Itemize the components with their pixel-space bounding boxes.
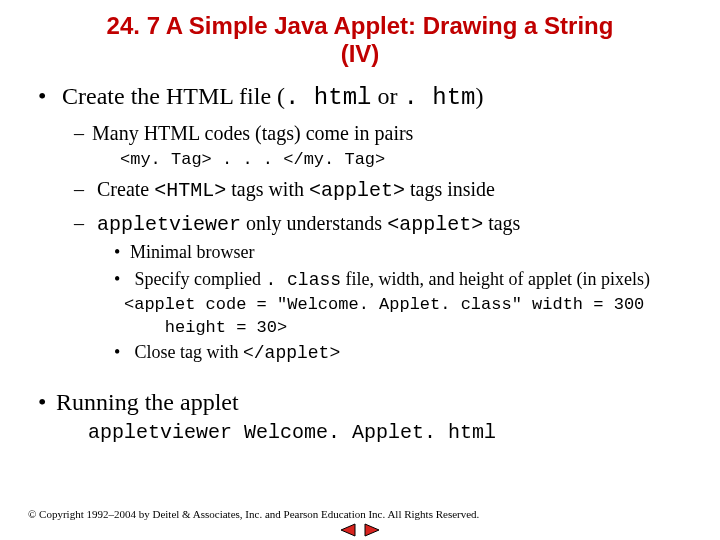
code-run-appletviewer: appletviewer Welcome. Applet. html [88, 421, 692, 444]
code: <HTML> [154, 179, 226, 202]
bullet-tags-pairs: Many HTML codes (tags) come in pairs [74, 121, 692, 146]
code: . class [265, 270, 341, 290]
code-mytag: <my. Tag> . . . </my. Tag> [120, 150, 692, 169]
code: </applet> [243, 343, 340, 363]
triangle-left-icon [339, 523, 357, 537]
text: tags [483, 212, 520, 234]
next-button[interactable] [362, 520, 382, 537]
text: or [371, 83, 403, 109]
bullet-list: Create the HTML file (. html or . htm) M… [28, 81, 692, 444]
code: <applet> [309, 179, 405, 202]
bullet-specify-class: Specify complied . class file, width, an… [114, 268, 692, 292]
copyright-text: © Copyright 1992–2004 by Deitel & Associ… [28, 508, 692, 520]
text: ) [475, 83, 483, 109]
slide: 24. 7 A Simple Java Applet: Drawing a St… [0, 0, 720, 540]
code-applet-open-1: <applet code = "Welcome. Applet. class" … [124, 295, 692, 314]
bullet-running-applet: Running the applet [38, 387, 692, 417]
code-applet-open-2: height = 30> [124, 318, 692, 337]
code: . html [285, 84, 371, 111]
text: tags with [226, 178, 309, 200]
text: only understands [241, 212, 387, 234]
code: . htm [403, 84, 475, 111]
text: file, width, and height of applet (in pi… [341, 269, 650, 289]
bullet-appletviewer-understands: appletviewer only understands <applet> t… [74, 211, 692, 237]
bullet-create-html: Create the HTML file (. html or . htm) [38, 81, 692, 113]
nav-controls [0, 520, 720, 538]
text: Close tag with [135, 342, 244, 362]
code: <applet> [387, 213, 483, 236]
slide-title: 24. 7 A Simple Java Applet: Drawing a St… [40, 12, 680, 67]
text: tags inside [405, 178, 495, 200]
title-line-2: (IV) [341, 40, 380, 67]
triangle-right-icon [363, 523, 381, 537]
text: Create the HTML file ( [62, 83, 285, 109]
svg-marker-1 [365, 524, 379, 536]
bullet-create-applet-tags: Create <HTML> tags with <applet> tags in… [74, 177, 692, 203]
prev-button[interactable] [338, 520, 362, 537]
code: appletviewer [97, 213, 241, 236]
bullet-minimal-browser: Minimal browser [114, 241, 692, 264]
text: Specify complied [135, 269, 266, 289]
title-line-1: 24. 7 A Simple Java Applet: Drawing a St… [107, 12, 614, 39]
text: Create [97, 178, 154, 200]
bullet-close-tag: Close tag with </applet> [114, 341, 692, 365]
svg-marker-0 [341, 524, 355, 536]
